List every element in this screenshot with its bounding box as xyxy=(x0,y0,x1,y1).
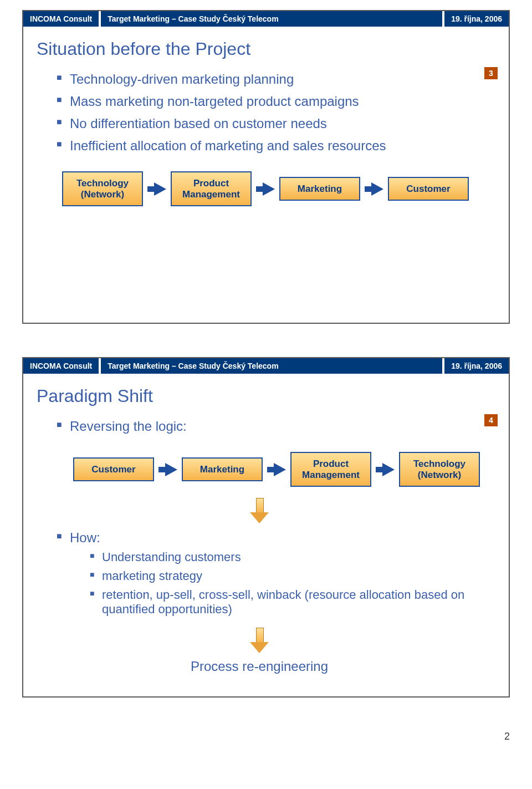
arrow-right-icon xyxy=(154,182,166,196)
arrow-right-icon xyxy=(274,463,286,476)
header-left: INCOMA Consult xyxy=(23,359,99,373)
bullet-item: Technology-driven marketing planning xyxy=(57,68,495,90)
document-page-number: 2 xyxy=(0,731,532,754)
arrow-down-icon xyxy=(252,498,267,523)
arrow-down-icon xyxy=(252,628,267,653)
arrow-right-icon xyxy=(165,463,177,476)
bullet-list: How: Understanding customers marketing s… xyxy=(57,527,495,622)
bullet-item: How: Understanding customers marketing s… xyxy=(57,527,495,622)
slide-header: INCOMA Consult Target Marketing – Case S… xyxy=(23,11,509,27)
bullet-item: Mass marketing non-targeted product camp… xyxy=(57,90,495,113)
header-mid: Target Marketing – Case Study Český Tele… xyxy=(101,12,442,26)
slide-content: 4 Reversing the logic: Customer Marketin… xyxy=(23,411,509,696)
flow-box: ProductManagement xyxy=(171,171,252,206)
arrow-right-icon xyxy=(371,182,383,196)
arrow-right-icon xyxy=(382,463,395,476)
flow-box: Technology(Network) xyxy=(62,171,143,206)
flow-diagram: Technology(Network) ProductManagement Ma… xyxy=(57,157,495,212)
bullet-item: Inefficient allocation of marketing and … xyxy=(57,135,495,157)
slide-title: Paradigm Shift xyxy=(23,374,509,411)
bullet-list: Technology-driven marketing planning Mas… xyxy=(57,68,495,157)
header-left: INCOMA Consult xyxy=(23,12,99,26)
flow-box: Marketing xyxy=(279,177,360,201)
header-right: 19. října, 2006 xyxy=(444,12,509,26)
bullet-list: Reversing the logic: xyxy=(57,415,495,437)
header-right: 19. října, 2006 xyxy=(444,359,509,373)
sub-bullet-item: retention, up-sell, cross-sell, winback … xyxy=(90,586,495,619)
sub-bullet-item: Understanding customers xyxy=(90,548,495,567)
header-mid: Target Marketing – Case Study Český Tele… xyxy=(101,359,442,373)
slide-1: INCOMA Consult Target Marketing – Case S… xyxy=(22,10,510,324)
flow-box: Technology(Network) xyxy=(399,452,480,487)
arrow-right-icon xyxy=(263,182,275,196)
slide-header: INCOMA Consult Target Marketing – Case S… xyxy=(23,358,509,374)
bullet-item: No differentiation based on customer nee… xyxy=(57,113,495,135)
flow-box: Marketing xyxy=(182,457,263,482)
slide-2: INCOMA Consult Target Marketing – Case S… xyxy=(22,357,510,698)
flow-box: ProductManagement xyxy=(290,452,371,487)
sub-bullet-item: marketing strategy xyxy=(90,567,495,586)
process-text: Process re-engineering xyxy=(23,656,495,674)
flow-box: Customer xyxy=(73,457,154,482)
how-label: How: xyxy=(70,530,100,545)
slide-title: Situation before the Project xyxy=(23,27,509,64)
slide-content: 3 Technology-driven marketing planning M… xyxy=(23,64,509,323)
flow-diagram: Customer Marketing ProductManagement Tec… xyxy=(57,437,495,492)
sub-bullet-list: Understanding customers marketing strate… xyxy=(70,548,495,619)
bullet-item: Reversing the logic: xyxy=(57,415,495,437)
flow-box: Customer xyxy=(388,177,469,201)
